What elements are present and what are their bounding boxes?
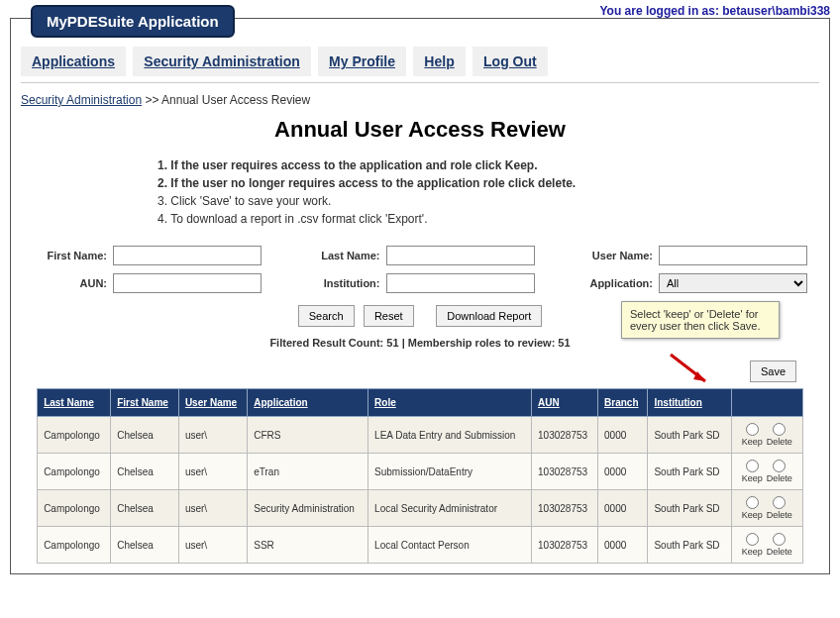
cell-aun: 103028753 <box>532 454 598 490</box>
cell-branch: 0000 <box>598 527 648 564</box>
institution-label: Institution: <box>306 277 380 289</box>
cell-first-name: Chelsea <box>111 417 179 454</box>
aun-label: AUN: <box>33 277 107 289</box>
cell-action: KeepDelete <box>731 527 802 564</box>
cell-user-name: user\ <box>178 527 247 564</box>
col-aun[interactable]: AUN <box>532 389 598 417</box>
app-frame: MyPDESuite Application Applications Secu… <box>10 18 830 574</box>
nav-applications[interactable]: Applications <box>21 47 126 76</box>
delete-label: Delete <box>767 473 792 483</box>
cell-action: KeepDelete <box>731 490 802 527</box>
nav-my-profile[interactable]: My Profile <box>318 47 406 76</box>
cell-last-name: Campolongo <box>38 417 111 454</box>
page-title: Annual User Access Review <box>21 117 819 143</box>
save-button[interactable]: Save <box>750 360 796 382</box>
login-prefix: You are logged in as: <box>599 4 722 18</box>
user-name-input[interactable] <box>659 246 807 265</box>
user-name-label: User Name: <box>578 250 653 261</box>
cell-first-name: Chelsea <box>111 527 179 564</box>
keep-radio[interactable] <box>746 460 759 472</box>
cell-aun: 103028753 <box>532 490 598 527</box>
first-name-label: First Name: <box>33 250 107 261</box>
keep-radio[interactable] <box>746 423 759 436</box>
cell-user-name: user\ <box>178 454 247 490</box>
instruction-3: 3. Click 'Save' to save your work. <box>158 192 682 210</box>
delete-label: Delete <box>767 437 792 447</box>
cell-first-name: Chelsea <box>111 490 179 527</box>
cell-institution: South Park SD <box>648 417 731 454</box>
cell-last-name: Campolongo <box>38 454 111 490</box>
col-role[interactable]: Role <box>368 389 532 417</box>
table-row: CampolongoChelseauser\eTranSubmission/Da… <box>38 454 803 490</box>
cell-branch: 0000 <box>598 490 648 527</box>
divider <box>21 82 819 83</box>
login-user: betauser\bambi338 <box>722 4 830 18</box>
keep-radio[interactable] <box>746 496 759 509</box>
cell-application: SSR <box>248 527 368 564</box>
download-report-button[interactable]: Download Report <box>436 305 542 327</box>
breadcrumb-current: Annual User Access Review <box>161 93 310 107</box>
cell-application: CFRS <box>248 417 368 454</box>
application-select[interactable]: All <box>659 273 807 293</box>
col-branch[interactable]: Branch <box>598 389 648 417</box>
delete-label: Delete <box>767 547 792 557</box>
nav-tabs: Applications Security Administration My … <box>21 47 819 76</box>
col-application[interactable]: Application <box>248 389 368 417</box>
cell-branch: 0000 <box>598 454 648 490</box>
nav-log-out[interactable]: Log Out <box>472 47 548 76</box>
col-user-name[interactable]: User Name <box>178 389 247 417</box>
cell-aun: 103028753 <box>532 417 598 454</box>
col-first-name[interactable]: First Name <box>111 389 179 417</box>
cell-role: LEA Data Entry and Submission <box>368 417 532 454</box>
delete-radio[interactable] <box>773 423 786 436</box>
results-table: Last Name First Name User Name Applicati… <box>37 388 803 564</box>
cell-action: KeepDelete <box>731 417 802 454</box>
cell-aun: 103028753 <box>532 527 598 564</box>
keep-label: Keep <box>742 473 763 483</box>
table-row: CampolongoChelseauser\Security Administr… <box>38 490 803 527</box>
keep-label: Keep <box>742 437 763 447</box>
cell-last-name: Campolongo <box>38 490 111 527</box>
save-row: Save <box>21 360 819 382</box>
cell-institution: South Park SD <box>648 527 731 564</box>
keep-label: Keep <box>742 510 763 520</box>
col-last-name[interactable]: Last Name <box>38 389 111 417</box>
cell-user-name: user\ <box>178 490 247 527</box>
breadcrumb-link[interactable]: Security Administration <box>21 93 142 107</box>
cell-branch: 0000 <box>598 417 648 454</box>
col-action <box>731 389 802 417</box>
delete-radio[interactable] <box>773 460 786 472</box>
tooltip-callout: Select 'keep' or 'Delete' for every user… <box>621 301 780 339</box>
cell-institution: South Park SD <box>648 490 731 527</box>
cell-role: Local Contact Person <box>368 527 532 564</box>
last-name-label: Last Name: <box>306 250 380 261</box>
delete-radio[interactable] <box>773 496 786 509</box>
delete-radio[interactable] <box>773 533 786 546</box>
instructions: 1. If the user requires access to the ap… <box>158 156 682 228</box>
nav-help[interactable]: Help <box>413 47 465 76</box>
aun-input[interactable] <box>113 273 262 293</box>
breadcrumb-sep: >> <box>142 93 161 107</box>
cell-first-name: Chelsea <box>111 454 179 490</box>
search-button[interactable]: Search <box>298 305 355 327</box>
breadcrumb: Security Administration >> Annual User A… <box>21 93 819 107</box>
instruction-2: 2. If the user no longer requires access… <box>158 174 682 192</box>
delete-label: Delete <box>767 510 792 520</box>
cell-application: eTran <box>248 454 368 490</box>
cell-role: Local Security Administrator <box>368 490 532 527</box>
last-name-input[interactable] <box>386 246 535 265</box>
app-title: MyPDESuite Application <box>31 5 235 38</box>
application-label: Application: <box>578 277 653 289</box>
table-row: CampolongoChelseauser\CFRSLEA Data Entry… <box>38 417 803 454</box>
keep-label: Keep <box>742 547 763 557</box>
keep-radio[interactable] <box>746 533 759 546</box>
first-name-input[interactable] <box>113 246 262 265</box>
search-form: First Name: AUN: Last Name: Institution:… <box>21 246 819 293</box>
col-institution[interactable]: Institution <box>648 389 731 417</box>
table-row: CampolongoChelseauser\SSRLocal Contact P… <box>38 527 803 564</box>
institution-input[interactable] <box>386 273 535 293</box>
cell-user-name: user\ <box>178 417 247 454</box>
nav-security-admin[interactable]: Security Administration <box>133 47 310 76</box>
reset-button[interactable]: Reset <box>364 305 414 327</box>
cell-action: KeepDelete <box>731 454 802 490</box>
